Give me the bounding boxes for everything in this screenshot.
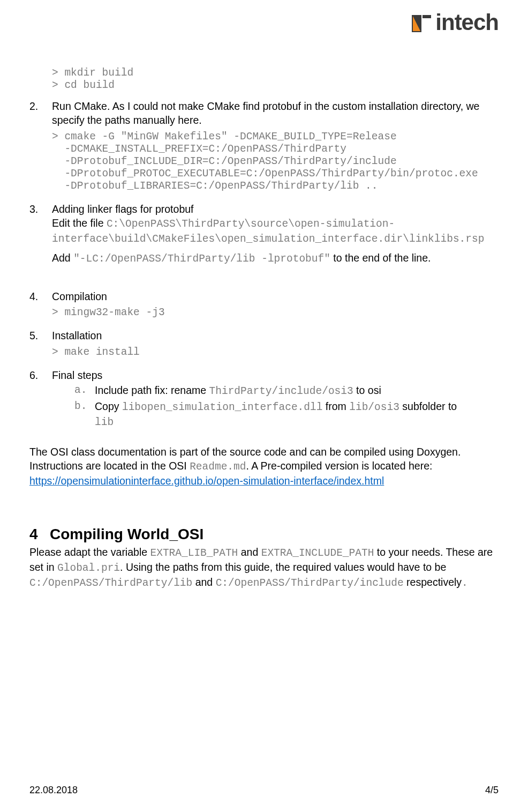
step-3-edit: Edit the file C:\OpenPASS\ThirdParty\sou… [52, 217, 484, 244]
step-6b-post-pre: subfolder to [399, 400, 457, 412]
section-4-title: Compiling World_OSI [50, 526, 203, 543]
s4-v4: C:/OpenPASS/ThirdParty/lib [29, 577, 192, 589]
s4-v1: EXTRA_LIB_PATH [150, 547, 238, 559]
step-5-title: Installation [52, 329, 499, 342]
osi-doc-link[interactable]: https://opensimulationinterface.github.i… [29, 475, 384, 487]
step-6b-mid: from [322, 400, 349, 412]
step-3-add-code: "-LC:/OpenPASS/ThirdParty/lib -lprotobuf… [73, 253, 330, 265]
step-3-add-pre: Add [52, 252, 73, 264]
step-6b-marker: b. [74, 399, 87, 413]
logo-text: intech [435, 10, 499, 35]
step-3-title: Adding linker flags for protobuf [52, 202, 499, 216]
step-5-code: > make install [52, 346, 499, 359]
step-3-add: Add "-LC:/OpenPASS/ThirdParty/lib -lprot… [52, 252, 431, 264]
code-mkdir: > mkdir build > cd build [52, 67, 499, 92]
s4-b4: . Using the paths from this guide, the r… [120, 561, 446, 573]
step-2-text: Run CMake. As I could not make CMake fin… [52, 99, 499, 128]
section-4-body: Please adapt the variable EXTRA_LIB_PATH… [29, 545, 499, 591]
step-6-sublist: a. Include path fix: rename ThirdParty/i… [74, 383, 499, 430]
s4-v2: EXTRA_INCLUDE_PATH [261, 547, 374, 559]
step-3-add-post: to the end of the line. [330, 252, 431, 264]
step-4: Compilation > mingw32-make -j3 [29, 289, 499, 319]
footer-date: 22.08.2018 [29, 785, 78, 796]
step-6b-pre: Copy [95, 400, 122, 412]
step-6a-post: to osi [353, 384, 381, 396]
step-4-code: > mingw32-make -j3 [52, 307, 499, 319]
step-6a: a. Include path fix: rename ThirdParty/i… [74, 383, 499, 398]
footer-page: 4/5 [485, 785, 499, 796]
step-2: Run CMake. As I could not make CMake fin… [29, 99, 499, 192]
step-6b-code3: lib [95, 416, 114, 428]
osi-t2: . A Pre-compiled version is located here… [246, 460, 432, 472]
step-6a-code: ThirdParty/include/osi3 [209, 385, 353, 397]
step-6b-code1: libopen_simulation_interface.dll [122, 401, 322, 413]
step-6b-code2: lib/osi3 [349, 401, 399, 413]
step-3-edit-path: C:\OpenPASS\ThirdParty\source\open-simul… [52, 218, 484, 245]
s4-v5: C:/OpenPASS/ThirdParty/include [216, 577, 404, 589]
s4-b2: and [238, 546, 261, 558]
step-3: Adding linker flags for protobuf Edit th… [29, 202, 499, 280]
logo: intech [410, 10, 499, 35]
osi-doc-para: The OSI class documentation is part of t… [29, 445, 499, 488]
step-6b: b. Copy libopen_simulation_interface.dll… [74, 399, 499, 430]
step-6a-marker: a. [74, 383, 87, 397]
step-6a-pre: Include path fix: rename [95, 384, 209, 396]
s4-b6: respectively [404, 576, 462, 588]
step-5: Installation > make install [29, 329, 499, 358]
step-list: Run CMake. As I could not make CMake fin… [29, 99, 499, 430]
step-6: Final steps a. Include path fix: rename … [29, 368, 499, 430]
step-4-title: Compilation [52, 289, 499, 303]
s4-b1: Please adapt the variable [29, 546, 150, 558]
s4-b7: . [462, 577, 468, 589]
s4-v3: Global.pri [57, 562, 120, 574]
s4-b5: and [192, 576, 215, 588]
section-4-heading: 4 Compiling World_OSI [29, 526, 499, 543]
step-2-code: > cmake -G "MinGW Makefiles" -DCMAKE_BUI… [52, 131, 499, 192]
logo-icon [410, 11, 433, 34]
step-3-edit-pre: Edit the file [52, 217, 107, 229]
section-4-num: 4 [29, 526, 40, 543]
footer: 22.08.2018 4/5 [29, 785, 499, 796]
step-6-title: Final steps [52, 368, 499, 382]
osi-readme: Readme.md [190, 461, 246, 473]
